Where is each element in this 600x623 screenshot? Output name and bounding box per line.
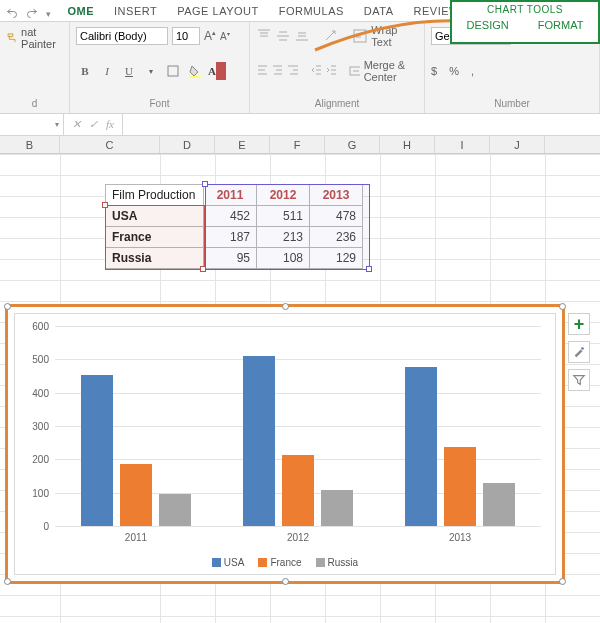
chart-bar[interactable] <box>405 367 437 526</box>
currency-button[interactable]: $ <box>431 65 437 77</box>
tab-home[interactable]: OME <box>58 1 105 21</box>
orientation-icon[interactable] <box>323 28 338 44</box>
chart-styles-button[interactable] <box>568 341 590 363</box>
chart-elements-button[interactable]: + <box>568 313 590 335</box>
name-box[interactable]: ▾ <box>0 114 64 135</box>
increase-font-icon[interactable]: A▴ <box>204 29 216 43</box>
chart-resize-handle[interactable] <box>559 578 566 585</box>
chart-legend[interactable]: USAFranceRussia <box>15 557 555 568</box>
year-header[interactable]: 2011 <box>204 185 257 206</box>
selection-handle[interactable] <box>202 181 208 187</box>
chart-bar[interactable] <box>483 483 515 526</box>
decrease-font-icon[interactable]: A▾ <box>220 30 230 42</box>
number-group-label: Number <box>431 96 593 109</box>
align-right-icon[interactable] <box>286 63 297 79</box>
chart-resize-handle[interactable] <box>4 578 11 585</box>
column-header[interactable]: D <box>160 136 215 153</box>
font-color-button[interactable]: A <box>208 62 226 80</box>
align-center-icon[interactable] <box>271 63 282 79</box>
chart-resize-handle[interactable] <box>282 303 289 310</box>
selection-handle[interactable] <box>200 266 206 272</box>
column-header[interactable]: H <box>380 136 435 153</box>
font-name-select[interactable] <box>76 27 168 45</box>
selection-handle[interactable] <box>366 266 372 272</box>
chart-y-tick: 300 <box>32 421 49 432</box>
chart-bar[interactable] <box>444 447 476 526</box>
chart-filters-button[interactable] <box>568 369 590 391</box>
legend-item[interactable]: Russia <box>316 557 359 568</box>
year-header[interactable]: 2013 <box>310 185 363 206</box>
chart-y-tick: 400 <box>32 387 49 398</box>
data-table: Film Production 2011 2012 2013 USA452511… <box>105 184 363 269</box>
undo-button[interactable] <box>6 7 18 21</box>
clipboard-group-label: d <box>6 96 63 109</box>
cancel-formula-icon[interactable]: ✕ <box>72 118 81 131</box>
formula-input[interactable] <box>122 114 600 135</box>
table-row: Russia95108129 <box>106 248 363 269</box>
legend-item[interactable]: USA <box>212 557 245 568</box>
merge-center-icon[interactable] <box>348 63 359 79</box>
decrease-indent-icon[interactable] <box>310 63 321 79</box>
chart-resize-handle[interactable] <box>4 303 11 310</box>
border-button[interactable] <box>164 62 182 80</box>
column-header[interactable]: E <box>215 136 270 153</box>
wrap-text-icon[interactable] <box>352 28 367 44</box>
year-header[interactable]: 2012 <box>257 185 310 206</box>
column-header[interactable]: B <box>0 136 60 153</box>
chart-tools-contextual-tabs: CHART TOOLS DESIGN FORMAT <box>450 0 600 44</box>
chart-y-tick: 600 <box>32 321 49 332</box>
font-size-select[interactable] <box>172 27 200 45</box>
chart-bar[interactable] <box>321 490 353 526</box>
quick-access-toolbar: ▾ <box>0 7 58 21</box>
tab-chart-design[interactable]: DESIGN <box>467 19 509 31</box>
tab-data[interactable]: DATA <box>354 1 404 21</box>
column-header[interactable]: C <box>60 136 160 153</box>
redo-button[interactable] <box>26 7 38 21</box>
formula-bar: ▾ ✕ ✓ fx <box>0 114 600 136</box>
enter-formula-icon[interactable]: ✓ <box>89 118 98 131</box>
chart-bar[interactable] <box>120 464 152 526</box>
align-left-icon[interactable] <box>256 63 267 79</box>
italic-button[interactable]: I <box>98 62 116 80</box>
svg-rect-0 <box>168 66 178 76</box>
chart-resize-handle[interactable] <box>282 578 289 585</box>
column-headers: BCDEFGHIJ <box>0 136 600 154</box>
tab-chart-format[interactable]: FORMAT <box>538 19 584 31</box>
chart-bar[interactable] <box>159 494 191 526</box>
chart-bar[interactable] <box>282 455 314 526</box>
chart-plot-area[interactable]: 0100200300400500600201120122013 <box>55 326 541 526</box>
underline-dropdown-icon[interactable]: ▾ <box>142 62 160 80</box>
bold-button[interactable]: B <box>76 62 94 80</box>
chart-tools-label: CHART TOOLS <box>452 2 598 15</box>
format-painter-button[interactable]: nat Painter <box>6 26 63 50</box>
align-bottom-icon[interactable] <box>294 28 309 44</box>
chart-bar[interactable] <box>243 356 275 526</box>
alignment-group: Wrap Text Merge & Center Alignment <box>250 22 425 113</box>
align-middle-icon[interactable] <box>275 28 290 44</box>
worksheet-grid[interactable]: Film Production 2011 2012 2013 USA452511… <box>0 154 600 623</box>
fx-icon[interactable]: fx <box>106 118 114 131</box>
tab-page-layout[interactable]: PAGE LAYOUT <box>167 1 269 21</box>
column-header[interactable]: J <box>490 136 545 153</box>
fill-color-button[interactable] <box>186 62 204 80</box>
comma-style-button[interactable]: , <box>471 65 474 77</box>
table-corner[interactable]: Film Production <box>106 185 204 206</box>
tab-formulas[interactable]: FORMULAS <box>269 1 354 21</box>
legend-item[interactable]: France <box>258 557 301 568</box>
wrap-text-label[interactable]: Wrap Text <box>371 24 418 48</box>
merge-center-label[interactable]: Merge & Center <box>364 59 418 83</box>
column-header[interactable]: G <box>325 136 380 153</box>
tab-insert[interactable]: INSERT <box>104 1 167 21</box>
qat-dropdown-icon[interactable]: ▾ <box>46 9 52 19</box>
column-header[interactable]: F <box>270 136 325 153</box>
increase-indent-icon[interactable] <box>325 63 336 79</box>
chart-object[interactable]: 0100200300400500600201120122013 USAFranc… <box>5 304 565 584</box>
chart-x-tick: 2011 <box>125 532 147 543</box>
percent-button[interactable]: % <box>449 65 459 77</box>
column-header[interactable]: I <box>435 136 490 153</box>
underline-button[interactable]: U <box>120 62 138 80</box>
selection-handle[interactable] <box>102 202 108 208</box>
chart-resize-handle[interactable] <box>559 303 566 310</box>
chart-bar[interactable] <box>81 375 113 526</box>
align-top-icon[interactable] <box>256 28 271 44</box>
